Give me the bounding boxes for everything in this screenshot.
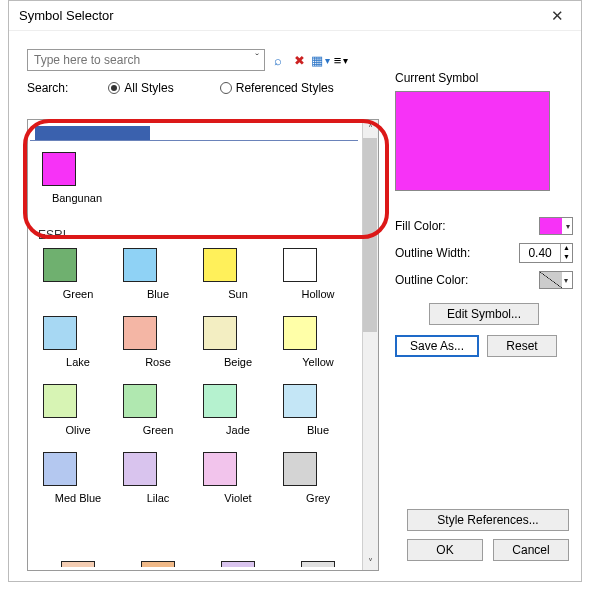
ok-button[interactable]: OK xyxy=(407,539,483,561)
list-item[interactable]: Olive xyxy=(43,384,113,436)
list-item[interactable]: Sun xyxy=(203,248,273,300)
outline-width-input[interactable] xyxy=(520,246,560,260)
swatch-label: Lake xyxy=(43,356,113,368)
scroll-down-icon[interactable]: ˅ xyxy=(362,554,378,570)
list-item[interactable]: Green xyxy=(123,384,193,436)
swatch-label: Hollow xyxy=(283,288,353,300)
swatch-label: Beige xyxy=(203,356,273,368)
list-item[interactable]: Blue xyxy=(283,384,353,436)
close-icon[interactable]: ✕ xyxy=(539,4,575,28)
window-title: Symbol Selector xyxy=(19,8,114,23)
swatch[interactable] xyxy=(43,248,77,282)
fill-color-button[interactable]: ▾ xyxy=(539,217,573,235)
group-label-esri: ESRI xyxy=(38,228,66,242)
edit-symbol-button[interactable]: Edit Symbol... xyxy=(429,303,539,325)
swatch[interactable] xyxy=(283,452,317,486)
swatch[interactable] xyxy=(123,316,157,350)
swatch[interactable] xyxy=(203,248,237,282)
swatch[interactable] xyxy=(283,384,317,418)
list-item[interactable]: Lilac xyxy=(123,452,193,504)
swatch[interactable] xyxy=(203,384,237,418)
no-color-swatch xyxy=(540,272,562,288)
swatch[interactable] xyxy=(43,384,77,418)
swatch-label: Green xyxy=(43,288,113,300)
search-input[interactable] xyxy=(27,49,265,71)
swatch-label: Med Blue xyxy=(43,492,113,504)
fill-color-swatch xyxy=(540,218,562,234)
swatch-label: Olive xyxy=(43,424,113,436)
scroll-thumb[interactable] xyxy=(363,138,377,332)
list-item[interactable]: Violet xyxy=(203,452,273,504)
chevron-down-icon: ▾ xyxy=(564,222,572,231)
swatch[interactable] xyxy=(61,561,95,567)
swatch-label: Yellow xyxy=(283,356,353,368)
swatch[interactable] xyxy=(203,452,237,486)
list-item[interactable]: Med Blue xyxy=(43,452,113,504)
swatch[interactable] xyxy=(221,561,255,567)
symbol-list: Bangunan ESRI GreenBlueSunHollowLakeRose… xyxy=(27,119,379,571)
style-references-button[interactable]: Style References... xyxy=(407,509,569,531)
reset-button[interactable]: Reset xyxy=(487,335,557,357)
radio-referenced-styles[interactable]: Referenced Styles xyxy=(220,81,334,95)
list-item[interactable]: Beige xyxy=(203,316,273,368)
search-label: Search: xyxy=(27,81,68,95)
selected-group-header[interactable] xyxy=(35,126,150,140)
swatch[interactable] xyxy=(123,384,157,418)
symbol-selector-dialog: Symbol Selector ✕ ˇ ⌕ ✖ ▦▾ ≡▾ Search: Al… xyxy=(8,0,582,582)
swatch-label: Blue xyxy=(123,288,193,300)
titlebar: Symbol Selector ✕ xyxy=(9,1,581,31)
swatch-label: Lilac xyxy=(123,492,193,504)
swatch-label: Violet xyxy=(203,492,273,504)
outline-width-label: Outline Width: xyxy=(395,246,477,260)
swatch-label: Rose xyxy=(123,356,193,368)
chevron-down-icon: ▾ xyxy=(562,276,570,285)
current-symbol-label: Current Symbol xyxy=(395,71,573,85)
list-item[interactable]: Grey xyxy=(283,452,353,504)
swatch[interactable] xyxy=(203,316,237,350)
search-icon[interactable]: ⌕ xyxy=(269,51,287,69)
clear-search-icon[interactable]: ✖ xyxy=(290,51,308,69)
scrollbar[interactable]: ˄ ˅ xyxy=(362,120,378,570)
swatch-bangunan[interactable] xyxy=(42,152,76,186)
save-as-button[interactable]: Save As... xyxy=(395,335,479,357)
menu-icon[interactable]: ≡▾ xyxy=(332,51,350,69)
list-item[interactable]: Blue xyxy=(123,248,193,300)
outline-color-button[interactable]: ▾ xyxy=(539,271,573,289)
swatch[interactable] xyxy=(43,316,77,350)
outline-color-label: Outline Color: xyxy=(395,273,477,287)
list-item[interactable]: Hollow xyxy=(283,248,353,300)
fill-color-label: Fill Color: xyxy=(395,219,477,233)
swatch-label: Blue xyxy=(283,424,353,436)
swatch[interactable] xyxy=(123,452,157,486)
outline-width-spinner[interactable]: ▲▼ xyxy=(519,243,573,263)
swatch-label: Sun xyxy=(203,288,273,300)
swatch-label: Grey xyxy=(283,492,353,504)
list-item[interactable]: Lake xyxy=(43,316,113,368)
list-item[interactable]: Green xyxy=(43,248,113,300)
current-symbol-preview xyxy=(395,91,550,191)
swatch-label: Jade xyxy=(203,424,273,436)
swatch[interactable] xyxy=(283,248,317,282)
chevron-down-icon[interactable]: ˇ xyxy=(255,52,259,64)
cancel-button[interactable]: Cancel xyxy=(493,539,569,561)
swatch[interactable] xyxy=(283,316,317,350)
list-item[interactable]: Bangunan xyxy=(42,152,112,204)
list-item[interactable]: Yellow xyxy=(283,316,353,368)
spinner-buttons[interactable]: ▲▼ xyxy=(560,244,572,262)
swatch[interactable] xyxy=(301,561,335,567)
swatch-label: Green xyxy=(123,424,193,436)
list-item[interactable]: Jade xyxy=(203,384,273,436)
swatch[interactable] xyxy=(123,248,157,282)
radio-all-styles[interactable]: All Styles xyxy=(108,81,173,95)
swatch-label: Bangunan xyxy=(42,192,112,204)
scroll-up-icon[interactable]: ˄ xyxy=(362,120,378,136)
view-options-icon[interactable]: ▦▾ xyxy=(311,51,329,69)
swatch[interactable] xyxy=(141,561,175,567)
swatch[interactable] xyxy=(43,452,77,486)
list-item[interactable]: Rose xyxy=(123,316,193,368)
